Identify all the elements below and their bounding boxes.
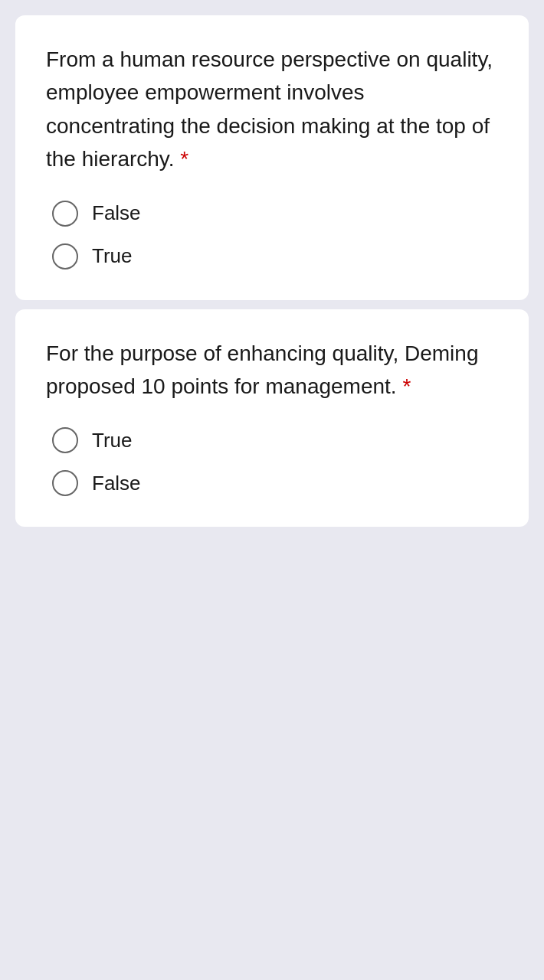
option-q2-true[interactable]: True bbox=[52, 427, 498, 453]
radio-q1-true[interactable] bbox=[52, 243, 78, 270]
option-q2-false[interactable]: False bbox=[52, 470, 498, 496]
option-label-q1-true: True bbox=[92, 244, 133, 268]
option-label-q2-false: False bbox=[92, 472, 141, 495]
radio-q2-true[interactable] bbox=[52, 427, 78, 453]
radio-q2-false[interactable] bbox=[52, 470, 78, 496]
question-card-2: For the purpose of enhancing quality, De… bbox=[15, 309, 529, 528]
question-1-text: From a human resource perspective on qua… bbox=[46, 43, 498, 176]
radio-inner-q1-true bbox=[59, 250, 71, 263]
radio-inner-q1-false bbox=[59, 207, 71, 220]
question-2-text: For the purpose of enhancing quality, De… bbox=[46, 337, 498, 403]
question-1-options: False True bbox=[46, 201, 498, 270]
question-card-1: From a human resource perspective on qua… bbox=[15, 15, 529, 300]
option-label-q1-false: False bbox=[92, 201, 141, 225]
option-label-q2-true: True bbox=[92, 429, 133, 452]
required-star-2: * bbox=[402, 374, 411, 398]
radio-q1-false[interactable] bbox=[52, 201, 78, 227]
option-q1-true[interactable]: True bbox=[52, 243, 498, 270]
required-star-1: * bbox=[180, 147, 188, 171]
question-2-options: True False bbox=[46, 427, 498, 496]
radio-inner-q2-false bbox=[59, 477, 71, 489]
option-q1-false[interactable]: False bbox=[52, 201, 498, 227]
radio-inner-q2-true bbox=[59, 434, 71, 446]
